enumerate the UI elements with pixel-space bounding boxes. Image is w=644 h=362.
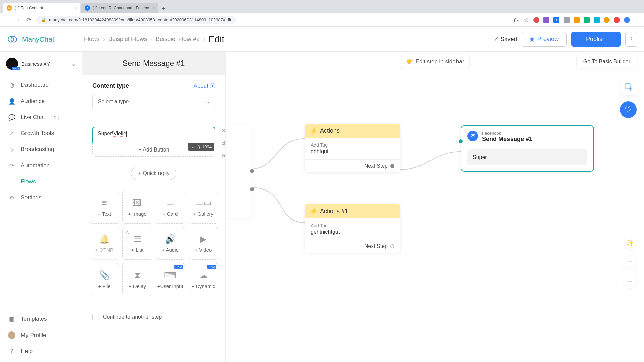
quick-reply-button[interactable]: + Quick reply [131,167,177,180]
pro-badge: PRO [207,265,216,269]
nav-icon: 💬 [8,114,15,121]
nav-label: Help [21,348,33,355]
edit-in-sidebar-button[interactable]: 👉 Edit step in sidebar [400,55,470,68]
duplicate-icon[interactable]: ⧉ [219,152,227,160]
translate-icon[interactable]: 🗛 [513,17,519,23]
auto-layout-button[interactable]: ✨ [623,236,637,249]
new-tab-button[interactable]: + [159,4,168,13]
output-port[interactable] [390,164,394,168]
crumb[interactable]: Flows [84,36,100,43]
output-port[interactable] [390,244,394,248]
favicon-icon: f [85,5,90,11]
output-port[interactable] [250,169,254,173]
actions-1-node[interactable]: ⚡Actions #1 Add Tag gehtnichtgut Next St… [305,204,400,253]
continue-row[interactable]: Continue to another step [92,314,215,320]
sidebar-item-broadcasting[interactable]: ▷Broadcasting [0,141,82,158]
zoom-in-button[interactable]: + [623,255,637,269]
browser-tab[interactable]: f (1) Leon R. Chaudhari | Facebo × [81,3,158,13]
preview-button[interactable]: ◉ Preview [522,32,567,47]
reload-icon[interactable]: ⟳ [25,17,32,23]
block-file[interactable]: 📎+ File [90,263,119,296]
sidebar-item-my-profile[interactable]: My Profile [0,327,82,343]
block-label: +User Input [157,283,183,289]
sidebar-item-help[interactable]: ?Help [0,343,82,359]
text-cursor [126,131,127,137]
sidebar-item-flows[interactable]: 🗀Flows [0,174,82,190]
block-dynamic[interactable]: PRO☁+ Dynamic [189,263,218,296]
content-type-select[interactable]: Select a type ⌄ [92,94,215,109]
extension-icon[interactable] [533,17,539,23]
crumb[interactable]: Beispiel Flows [108,36,147,43]
menu-icon[interactable]: ⋮ [634,17,640,23]
extension-icon[interactable] [543,17,549,23]
goto-basic-builder-button[interactable]: Go To Basic Builder [576,55,637,68]
sidebar-item-dashboard[interactable]: ◔Dashboard [0,77,82,93]
sidebar-item-templates[interactable]: ▣Templates [0,311,82,327]
next-step-label[interactable]: Next Step [364,243,388,249]
output-port[interactable] [250,187,254,191]
block-list[interactable]: △☰+ List [122,227,152,260]
node-title: Actions #1 [320,208,348,215]
block-video[interactable]: ▶+ Video [189,227,218,260]
crumb[interactable]: Beispiel Flow #2 [156,36,200,43]
nav-label: Flows [21,178,36,185]
eye-icon: ◉ [529,36,535,43]
extension-icon[interactable]: f [553,17,559,23]
publish-button[interactable]: Publish [571,32,621,47]
extension-icon[interactable] [614,17,620,23]
workspace-avatar: PRO [6,58,18,70]
forward-icon[interactable]: → [15,17,21,23]
saved-label: Saved [501,36,517,43]
about-link[interactable]: About ⓘ [194,82,215,90]
extension-icon[interactable] [564,17,570,23]
sidebar-item-growth-tools[interactable]: ↗Growth Tools [0,125,82,141]
block-card[interactable]: ▭+ Card [156,191,185,224]
help-fab[interactable]: ♡ [620,101,637,118]
emoji-icon[interactable]: ☺ [191,144,195,149]
block-text[interactable]: ≡+ Text [90,191,119,224]
extension-icon[interactable] [574,17,580,23]
sidebar-item-settings[interactable]: ⚙Settings [0,190,82,206]
checkbox[interactable] [92,314,99,320]
browser-tab-active[interactable]: M (1) Edit Content × [3,3,80,13]
flow-canvas[interactable]: 👉 Edit step in sidebar Go To Basic Build… [226,52,644,362]
block-userinput[interactable]: PRO⌨+User Input [156,263,185,296]
more-button[interactable]: ⋮ [625,32,637,47]
actions-node[interactable]: ⚡Actions Add Tag gehtgut Next Step [305,124,400,172]
avatar-icon [8,331,15,339]
avatar-icon[interactable] [624,17,630,23]
address-bar[interactable]: 🔒 manychat.com/fb181039442408309/cms/fil… [36,16,236,24]
extension-icon[interactable] [584,17,590,23]
previous-step-node[interactable]: ‹ [226,124,252,218]
sidebar-item-automation[interactable]: ⟳Automation [0,158,82,174]
star-icon[interactable]: ☆ [523,17,529,23]
block-delay[interactable]: ⧗+ Delay [122,263,152,296]
logo[interactable]: ManyChat [7,34,84,45]
next-step-label[interactable]: Next Step [364,163,388,169]
nav-label: Growth Tools [21,130,54,137]
block-label: + OTNR [95,247,113,253]
add-step-button[interactable] [620,78,637,95]
message-block: Super! Vielle ☺ {} 1994 + Add Button ✕ ⇵… [92,127,215,157]
extension-icon[interactable] [594,17,600,23]
close-icon[interactable]: × [74,5,77,11]
variable-icon[interactable]: {} [197,144,200,149]
add-button-button[interactable]: ☺ {} 1994 + Add Button [92,143,215,157]
sidebar-item-audience[interactable]: 👤Audience [0,93,82,109]
block-gallery[interactable]: ▭▭+ Gallery [189,191,218,224]
close-icon[interactable]: × [152,5,155,11]
block-image[interactable]: 🖼+ Image [122,191,152,224]
extension-icon[interactable] [604,17,610,23]
sidebar-item-live-chat[interactable]: 💬Live Chat1 [0,109,82,125]
message-input[interactable]: Super! Vielle [92,127,215,143]
back-icon[interactable]: ← [4,17,10,23]
nav-icon: ⚙ [8,194,15,201]
input-port[interactable] [459,139,463,143]
quick-reply-label: + Quick reply [138,170,170,176]
delete-icon[interactable]: ✕ [219,127,227,135]
send-message-node[interactable]: ✉ Facebook Send Message #1 Super [461,125,594,172]
move-icon[interactable]: ⇵ [219,139,227,147]
block-audio[interactable]: 🔊+ Audio [156,227,185,260]
workspace-switcher[interactable]: PRO Business XY ⌄ [0,54,82,73]
zoom-out-button[interactable]: − [623,275,637,288]
